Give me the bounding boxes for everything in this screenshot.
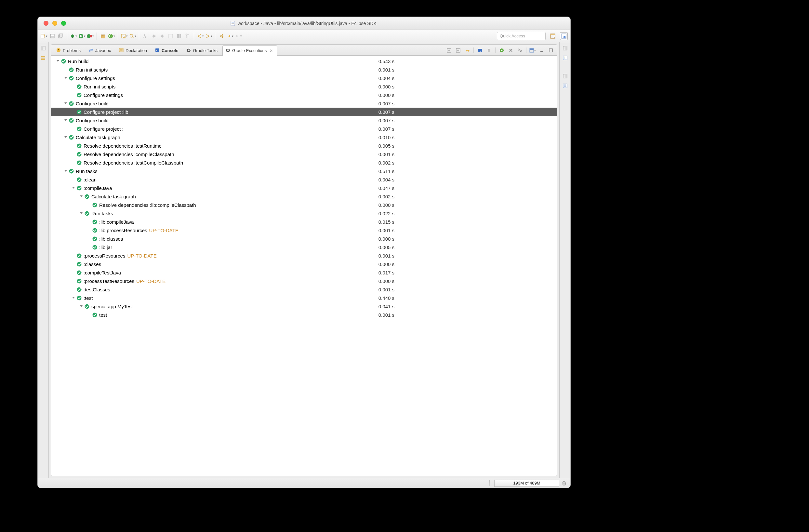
back-button[interactable]: ▾ <box>226 33 234 40</box>
expand-toggle[interactable] <box>79 211 84 216</box>
tree-row[interactable]: :processTestResourcesUP-TO-DATE0.000 s <box>51 277 557 285</box>
restore-outline-view-button[interactable] <box>561 72 569 80</box>
tree-row[interactable]: Run tasks0.511 s <box>51 167 557 175</box>
tree-row[interactable]: test0.001 s <box>51 311 557 319</box>
close-window-button[interactable] <box>44 21 49 26</box>
left-trim-stack <box>38 42 49 478</box>
save-all-button[interactable] <box>57 33 64 40</box>
expand-toggle <box>71 287 76 292</box>
remove-button[interactable] <box>507 47 514 54</box>
tree-row[interactable]: Configure build0.007 s <box>51 116 557 124</box>
new-class-button[interactable]: C▾ <box>108 33 115 40</box>
restore-left-view-button[interactable] <box>39 44 47 52</box>
expand-toggle[interactable] <box>64 101 68 106</box>
tree-row[interactable]: Calculate task graph0.002 s <box>51 192 557 201</box>
tab-gradle-tasks[interactable]: Gradle Tasks <box>183 45 222 56</box>
expand-toggle[interactable] <box>79 304 84 309</box>
debug-button[interactable]: ▾ <box>70 33 77 40</box>
expand-toggle[interactable] <box>64 76 68 80</box>
tree-row[interactable]: Run build0.543 s <box>51 57 557 65</box>
show-whitespace-button[interactable] <box>167 33 174 40</box>
tree-row[interactable]: Configure project :0.007 s <box>51 124 557 133</box>
paragraph-button[interactable] <box>184 33 191 40</box>
tree-row[interactable]: :compileJava0.047 s <box>51 184 557 192</box>
terminal-button[interactable] <box>476 47 483 54</box>
close-tab-icon[interactable]: ✕ <box>270 49 273 53</box>
link-editor-button[interactable] <box>464 47 471 54</box>
tree-row[interactable]: Calculate task graph0.010 s <box>51 133 557 141</box>
lock-console-button[interactable] <box>485 47 493 54</box>
forward-button[interactable]: ▾ <box>235 33 242 40</box>
run-button[interactable]: ▾ <box>79 33 86 40</box>
save-button[interactable] <box>49 33 56 40</box>
open-type-button[interactable]: ▾ <box>121 33 128 40</box>
tree-row[interactable]: Configure project :lib0.007 s <box>51 108 557 116</box>
tree-row[interactable]: :processResourcesUP-TO-DATE0.001 s <box>51 251 557 260</box>
tree-row[interactable]: Resolve dependencies :lib:compileClasspa… <box>51 201 557 209</box>
tree-row[interactable]: :lib:processResourcesUP-TO-DATE0.001 s <box>51 226 557 235</box>
tree-row[interactable]: Run tasks0.022 s <box>51 209 557 218</box>
new-package-button[interactable] <box>100 33 107 40</box>
restore-right-view-button[interactable] <box>561 44 569 52</box>
minimize-view-button[interactable] <box>538 47 545 54</box>
outline-min-icon[interactable] <box>561 82 569 90</box>
view-layout-button[interactable]: ▾ <box>529 47 536 54</box>
tree-row[interactable]: Configure build0.007 s <box>51 99 557 108</box>
tree-row[interactable]: Run init scripts0.001 s <box>51 65 557 74</box>
expand-toggle[interactable] <box>79 194 84 199</box>
tab-label: Gradle Executions <box>232 48 266 53</box>
minimize-window-button[interactable] <box>52 21 57 26</box>
tree-row[interactable]: :test0.440 s <box>51 294 557 302</box>
java-perspective-button[interactable]: J <box>560 32 568 40</box>
toggle-mark-button[interactable] <box>142 33 149 40</box>
tree-row[interactable]: :lib:classes0.000 s <box>51 235 557 243</box>
tab-javadoc[interactable]: @Javadoc <box>86 45 115 56</box>
collapse-all-button[interactable] <box>454 47 462 54</box>
annotation-next-button[interactable] <box>159 33 166 40</box>
expand-toggle[interactable] <box>56 59 60 64</box>
tab-gradle-executions[interactable]: Gradle Executions✕ <box>222 45 277 56</box>
tree-row[interactable]: Configure settings0.000 s <box>51 91 557 99</box>
tree-row[interactable]: Resolve dependencies :testRuntime0.005 s <box>51 141 557 150</box>
tree-row[interactable]: :testClasses0.001 s <box>51 285 557 294</box>
expand-toggle[interactable] <box>71 186 76 190</box>
quick-access-field[interactable]: Quick Access <box>497 32 546 40</box>
next-edit-button[interactable]: ▾ <box>205 33 212 40</box>
tree-row[interactable]: :lib:jar0.005 s <box>51 243 557 251</box>
open-perspective-button[interactable] <box>549 32 557 40</box>
tab-problems[interactable]: Problems <box>53 45 85 56</box>
tree-row[interactable]: special.app.MyTest0.041 s <box>51 302 557 311</box>
expand-toggle[interactable] <box>64 169 68 173</box>
tab-console[interactable]: Console <box>152 45 183 56</box>
tree-row[interactable]: :clean0.004 s <box>51 175 557 184</box>
remove-all-button[interactable] <box>516 47 523 54</box>
block-select-button[interactable] <box>176 33 183 40</box>
expand-all-button[interactable] <box>446 47 453 54</box>
svg-point-89 <box>564 58 564 59</box>
task-list-min-icon[interactable] <box>561 54 569 62</box>
run-gc-button[interactable] <box>561 480 567 486</box>
rerun-button[interactable] <box>498 47 505 54</box>
tree-row[interactable]: Configure settings0.004 s <box>51 74 557 82</box>
tree-row[interactable]: :lib:compileJava0.015 s <box>51 218 557 226</box>
heap-status[interactable]: 193M of 489M <box>494 480 559 487</box>
tab-declaration[interactable]: Declaration <box>116 45 151 56</box>
tree-row[interactable]: Resolve dependencies :testCompileClasspa… <box>51 158 557 167</box>
expand-toggle[interactable] <box>64 135 68 139</box>
expand-toggle[interactable] <box>71 296 76 300</box>
tree-row[interactable]: Run init scripts0.000 s <box>51 82 557 91</box>
new-wizard-button[interactable]: ▾ <box>40 33 48 40</box>
last-edit-location-button[interactable] <box>218 33 225 40</box>
package-explorer-min-icon[interactable] <box>39 54 47 62</box>
expand-toggle[interactable] <box>64 118 68 123</box>
maximize-view-button[interactable] <box>547 47 554 54</box>
tree-row[interactable]: Resolve dependencies :compileClasspath0.… <box>51 150 557 158</box>
external-tools-button[interactable]: ▾ <box>87 33 94 40</box>
tree-row[interactable]: :classes0.000 s <box>51 260 557 268</box>
prev-edit-button[interactable]: ▾ <box>197 33 204 40</box>
executions-tree[interactable]: Run build0.543 sRun init scripts0.001 sC… <box>51 56 557 476</box>
annotation-prev-button[interactable] <box>150 33 157 40</box>
zoom-window-button[interactable] <box>61 21 66 26</box>
tree-row[interactable]: :compileTestJava0.017 s <box>51 268 557 277</box>
search-button[interactable]: ▾ <box>129 33 136 40</box>
